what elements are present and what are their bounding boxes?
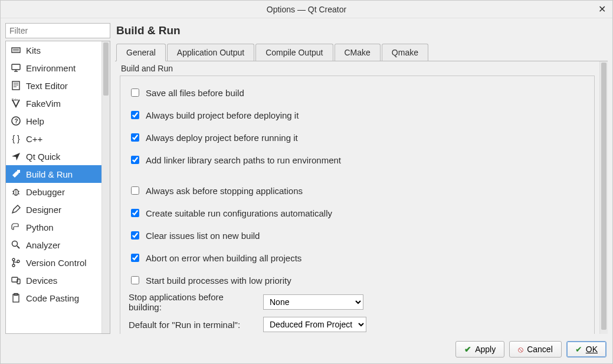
sidebar-item-text-editor[interactable]: Text Editor	[6, 77, 101, 94]
devices-icon	[11, 275, 21, 286]
checkbox-always-ask-stop[interactable]: Always ask before stopping applications	[129, 185, 586, 196]
sidebar-item-label: Designer	[26, 205, 61, 215]
sidebar-item-label: Debugger	[26, 187, 65, 197]
sidebar-item-label: Version Control	[26, 258, 87, 268]
content-column: Build & Run General Application Output C…	[115, 23, 608, 334]
plane-icon	[11, 151, 21, 162]
tabbar: General Application Output Compile Outpu…	[115, 43, 608, 61]
svg-rect-3	[12, 64, 20, 70]
fakevim-icon: Fake	[11, 98, 21, 109]
sidebar-item-analyzer[interactable]: Analyzer	[6, 236, 101, 254]
checkbox-always-deploy[interactable]: Always deploy project before running it	[129, 132, 586, 143]
checkbox-label: Abort on error when building all project…	[146, 253, 301, 263]
build-and-run-group: Save all files before build Always build…	[120, 76, 595, 334]
sidebar-item-fakevim[interactable]: Fake FakeVim	[6, 94, 101, 112]
sidebar-item-code-pasting[interactable]: Code Pasting	[6, 289, 101, 307]
sidebar-scrollbar[interactable]	[101, 41, 110, 333]
tab-qmake[interactable]: Qmake	[382, 44, 428, 61]
button-label: Cancel	[527, 345, 553, 354]
checkbox-always-build[interactable]: Always build project before deploying it	[129, 109, 586, 121]
monitor-icon	[11, 63, 21, 73]
options-window: Options — Qt Creator ✕ Kits	[0, 0, 613, 364]
braces-icon: { }	[11, 133, 21, 144]
tab-content-general: Build and Run Save all files before buil…	[115, 61, 599, 334]
checkbox-abort-on-error[interactable]: Abort on error when building all project…	[129, 252, 586, 264]
close-icon[interactable]: ✕	[596, 3, 608, 15]
label-stop-apps: Stop applications before building:	[129, 292, 258, 312]
checkbox-input[interactable]	[131, 111, 139, 119]
sidebar-item-qt-quick[interactable]: Qt Quick	[6, 147, 101, 165]
checkbox-label: Add linker library search paths to run e…	[146, 155, 341, 165]
help-icon: ?	[11, 116, 21, 126]
checkbox-input[interactable]	[131, 156, 139, 164]
svg-line-21	[17, 246, 19, 248]
combo-stop-apps[interactable]: None	[263, 294, 363, 310]
sidebar-item-label: Qt Quick	[26, 152, 60, 162]
checkbox-input[interactable]	[131, 276, 139, 284]
checkbox-input[interactable]	[131, 133, 139, 142]
sidebar-item-designer[interactable]: Designer	[6, 201, 101, 218]
sidebar-item-debugger[interactable]: Debugger	[6, 183, 101, 201]
sidebar-item-label: Devices	[26, 276, 57, 286]
window-title: Options — Qt Creator	[267, 5, 346, 14]
scrollbar-thumb[interactable]	[103, 42, 109, 96]
svg-point-20	[12, 241, 18, 247]
sidebar-item-label: Environment	[26, 63, 76, 73]
check-icon: ✔	[464, 345, 471, 354]
svg-rect-0	[12, 48, 20, 53]
svg-text:?: ?	[14, 118, 18, 124]
checkbox-clear-issues[interactable]: Clear issues list on new build	[129, 229, 586, 241]
combo-run-in-terminal[interactable]: Deduced From Project	[263, 317, 366, 332]
checkbox-input[interactable]	[131, 186, 139, 195]
tab-application-output[interactable]: Application Output	[167, 44, 254, 61]
filter-input[interactable]	[5, 23, 110, 38]
magnifier-icon	[11, 240, 21, 250]
cancel-button[interactable]: ⦸ Cancel	[509, 341, 562, 358]
apply-button[interactable]: ✔ Apply	[455, 341, 504, 358]
checkbox-add-linker[interactable]: Add linker library search paths to run e…	[129, 154, 586, 166]
checkbox-save-all[interactable]: Save all files before build	[129, 87, 586, 99]
tab-content-wrap: Build and Run Save all files before buil…	[115, 61, 608, 334]
checkbox-input[interactable]	[131, 231, 139, 240]
sidebar-item-cpp[interactable]: { } C++	[6, 130, 101, 147]
row-stop-apps: Stop applications before building: None	[129, 292, 586, 312]
document-icon	[11, 80, 21, 91]
checkbox-label: Always build project before deploying it	[146, 110, 299, 120]
label-run-in-terminal: Default for "Run in terminal":	[129, 320, 258, 330]
cancel-icon: ⦸	[518, 345, 523, 355]
sidebar-item-python[interactable]: Python	[6, 218, 101, 236]
checkbox-input[interactable]	[131, 88, 139, 97]
kits-icon	[11, 45, 21, 55]
tab-cmake[interactable]: CMake	[335, 44, 381, 61]
sidebar-item-help[interactable]: ? Help	[6, 112, 101, 130]
sidebar-item-label: Kits	[26, 45, 41, 55]
content-scrollbar[interactable]	[599, 61, 608, 334]
sidebar-item-label: Python	[26, 222, 54, 232]
sidebar-item-build-run[interactable]: Build & Run	[6, 165, 101, 183]
sidebar-item-version-control[interactable]: Version Control	[6, 254, 101, 271]
sidebar-item-label: FakeVim	[26, 99, 61, 109]
checkbox-input[interactable]	[131, 254, 139, 262]
sidebar-item-label: Code Pasting	[26, 293, 79, 303]
checkbox-low-priority[interactable]: Start build processes with low priority	[129, 274, 586, 286]
button-label: OK	[586, 345, 598, 354]
sidebar-item-label: Analyzer	[26, 240, 60, 250]
scrollbar-thumb[interactable]	[601, 63, 607, 330]
row-run-in-terminal: Default for "Run in terminal": Deduced F…	[129, 317, 586, 332]
sidebar-column: Kits Environment Text Ed	[5, 23, 110, 334]
checkbox-label: Always ask before stopping applications	[146, 186, 303, 196]
checkbox-label: Create suitable run configurations autom…	[146, 208, 332, 218]
ok-button[interactable]: ✔ OK	[566, 341, 607, 358]
dialog-body: Kits Environment Text Ed	[1, 18, 612, 363]
sidebar-item-environment[interactable]: Environment	[6, 59, 101, 77]
checkbox-input[interactable]	[131, 209, 139, 217]
sidebar-item-kits[interactable]: Kits	[6, 41, 101, 59]
sidebar-item-devices[interactable]: Devices	[6, 271, 101, 289]
checkbox-create-runconfig[interactable]: Create suitable run configurations autom…	[129, 207, 586, 219]
pencil-icon	[11, 204, 21, 215]
python-icon	[11, 222, 21, 232]
tab-general[interactable]: General	[116, 44, 166, 61]
tab-compile-output[interactable]: Compile Output	[255, 44, 333, 61]
checkbox-label: Always deploy project before running it	[146, 133, 298, 143]
clipboard-icon	[11, 293, 21, 303]
